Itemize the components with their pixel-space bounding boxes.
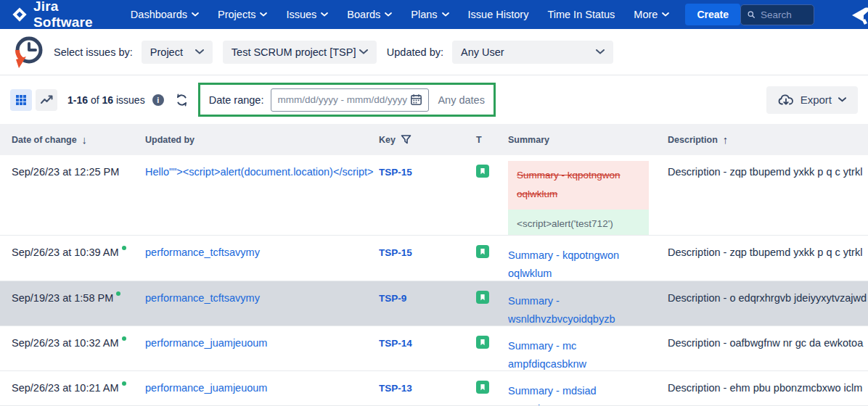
cell-summary: Summary - mdsiad qnzcwjcxeou [508,371,668,405]
nav-menu: Dashboards Projects Issues Boards Plans … [131,9,670,20]
cell-key: TSP-15 [379,155,467,235]
date-range-label: Date range: [209,94,264,106]
top-navbar: Jira Software Dashboards Projects Issues… [0,0,868,29]
cell-date: Sep/26/23 at 10:32 AM [0,326,145,370]
megaphone-icon[interactable] [851,5,868,28]
table-view-button[interactable] [10,89,32,111]
filter-bar: Select issues by: Project Test SCRUM pro… [0,29,868,75]
nav-issue-history[interactable]: Issue History [468,9,529,20]
chart-view-button[interactable] [36,89,57,111]
select-issues-label: Select issues by: [54,46,133,58]
any-dates-label[interactable]: Any dates [438,94,485,106]
cell-date: Sep/26/23 at 12:25 PM [0,155,145,235]
cell-key: TSP-13 [379,371,467,405]
nav-more[interactable]: More [634,9,669,20]
col-updated-by[interactable]: Updated by [145,135,379,145]
cell-date: Sep/26/23 at 10:39 AM [0,236,145,281]
table-row[interactable]: Sep/26/23 at 10:39 AM performance_tcftsa… [0,236,868,281]
table-toolbar: 1-16 of 16 issues i Date range: Any date… [0,75,868,124]
issue-key-link[interactable]: TSP-13 [379,383,412,394]
updated-by-link[interactable]: performance_juamjeuoum [145,382,267,394]
cell-updated-by: performance_juamjeuoum [145,371,379,405]
search-input[interactable] [761,9,807,20]
story-icon [476,245,489,258]
sort-asc-icon[interactable]: ↑ [723,133,729,146]
cell-description: Description - zqp tbupemd yxkk p q c ytr… [668,236,868,281]
table-row[interactable]: Sep/19/23 at 1:58 PM performance_tcftsav… [0,281,868,326]
brand-label: Jira Software [33,0,103,29]
updated-by-link[interactable]: Hello""><script>alert(document.location)… [145,166,374,178]
cell-summary: Summary - mc ampfdiqcasbknw [508,326,668,370]
cell-key: TSP-14 [379,326,467,370]
issue-key-link[interactable]: TSP-14 [379,338,412,349]
cell-summary: Summary - kqpotngwon oqlwklum <script>al… [508,155,668,235]
summary-link[interactable]: Summary - mdsiad qnzcwjcxeou [508,385,597,405]
updated-by-link[interactable]: performance_juamjeuoum [145,337,267,349]
nav-projects[interactable]: Projects [218,9,267,20]
chevron-down-icon [838,97,846,102]
chevron-down-icon [596,49,605,54]
user-dropdown[interactable]: Any User [452,41,613,64]
project-dropdown[interactable]: Test SCRUM project [TSP] [223,41,377,64]
sort-desc-icon[interactable]: ↓ [82,133,88,146]
cell-type [467,281,508,326]
story-icon [476,165,489,178]
cell-date: Sep/19/23 at 1:58 PM [0,281,145,326]
issue-key-link[interactable]: TSP-15 [379,247,412,258]
calendar-icon[interactable] [410,94,422,106]
nav-dashboards[interactable]: Dashboards [131,9,199,20]
recent-change-dot [116,291,120,296]
story-icon [476,381,489,394]
issue-key-link[interactable]: TSP-15 [379,167,412,178]
updated-by-link[interactable]: performance_tcftsavymy [145,292,260,304]
col-summary[interactable]: Summary [508,135,668,145]
table-row[interactable]: Sep/26/23 at 12:25 PM Hello""><script>al… [0,155,868,236]
col-key[interactable]: Key [379,134,467,145]
updated-by-label: Updated by: [387,46,443,58]
cloud-download-icon [778,94,794,106]
summary-link[interactable]: Summary - mc ampfdiqcasbknw [508,340,586,370]
col-description[interactable]: Description↑ [668,133,868,146]
jira-logo-icon [12,7,28,22]
chevron-down-icon [321,12,328,17]
info-icon[interactable]: i [152,94,164,106]
cell-key: TSP-15 [379,236,467,281]
cell-description: Description - zqp tbupemd yxkk p q c ytr… [668,155,868,235]
cell-updated-by: performance_juamjeuoum [145,326,379,370]
cell-updated-by: Hello""><script>alert(document.location)… [145,155,379,235]
search-box[interactable] [740,4,814,25]
summary-link[interactable]: Summary - kqpotngwon oqlwklum [508,249,619,279]
nav-time-in-status[interactable]: Time In Status [547,9,615,20]
summary-added: <script>alert('test712') </script> [508,210,649,235]
nav-plans[interactable]: Plans [411,9,449,20]
issue-count: 1-16 of 16 issues [67,94,145,106]
create-button[interactable]: Create [685,4,740,25]
recent-change-dot [122,246,126,250]
jira-brand[interactable]: Jira Software [12,0,103,29]
col-date-of-change[interactable]: Date of change↓ [0,133,145,146]
cell-type [467,155,508,235]
cell-summary: Summary - kqpotngwon oqlwklum [508,236,668,281]
filter-icon[interactable] [401,134,412,145]
chevron-down-icon [260,12,267,17]
nav-issues[interactable]: Issues [286,9,328,20]
date-range-input[interactable] [277,94,410,105]
updated-by-link[interactable]: performance_tcftsavymy [145,246,260,258]
table-row[interactable]: Sep/26/23 at 10:21 AM performance_juamje… [0,371,868,406]
summary-link[interactable]: Summary - wsnldhvzbvcyoidqbyzb [508,295,615,325]
chevron-down-icon [359,49,368,54]
nav-boards[interactable]: Boards [347,9,392,20]
cell-updated-by: performance_tcftsavymy [145,236,379,281]
cell-updated-by: performance_tcftsavymy [145,281,379,326]
cell-description: Description - ehm pbu pbonzmcbxwo iclm [668,371,868,405]
search-icon [748,9,755,20]
issue-key-link[interactable]: TSP-9 [379,293,406,304]
refresh-icon[interactable] [176,94,188,107]
recent-change-dot [122,336,126,341]
summary-removed: Summary - kqpotngwon oqlwklum [508,161,649,210]
table-row[interactable]: Sep/26/23 at 10:32 AM performance_juamje… [0,326,868,371]
issue-mode-dropdown[interactable]: Project [142,41,213,64]
export-button[interactable]: Export [766,86,858,114]
cell-key: TSP-9 [379,281,467,326]
col-type[interactable]: T [467,135,508,145]
